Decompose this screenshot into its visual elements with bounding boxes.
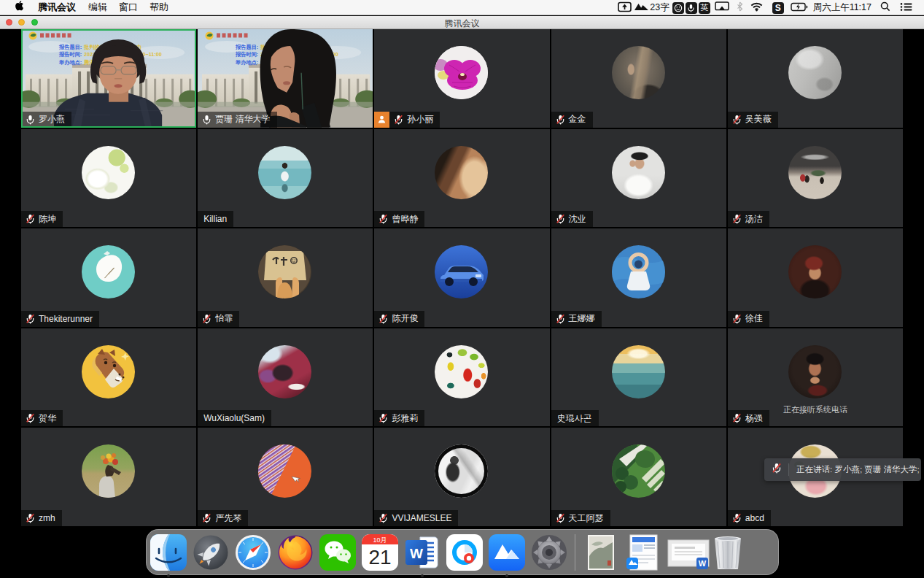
svg-text:举办地点:: 举办地点: — [235, 59, 258, 66]
svg-text:报告题目:: 报告题目: — [235, 44, 258, 50]
svg-text:21: 21 — [368, 546, 391, 569]
svg-text:W: W — [410, 546, 423, 561]
svg-text:报告时间:: 报告时间: — [235, 51, 258, 58]
svg-text:10月: 10月 — [373, 536, 387, 544]
svg-text:W: W — [699, 559, 707, 568]
